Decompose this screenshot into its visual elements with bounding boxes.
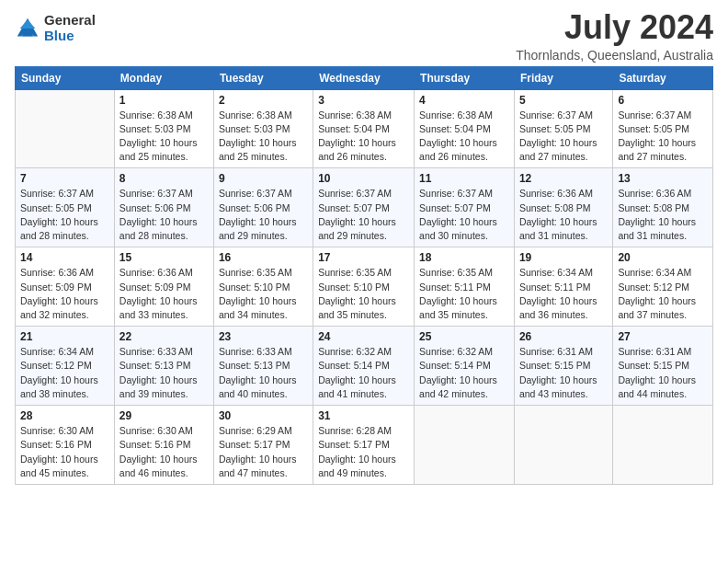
day-info: Sunrise: 6:37 AM Sunset: 5:06 PM Dayligh… [219, 187, 308, 243]
header: General Blue July 2024 Thornlands, Queen… [15, 9, 713, 63]
day-number: 11 [419, 172, 509, 185]
day-number: 5 [519, 94, 608, 107]
day-info: Sunrise: 6:38 AM Sunset: 5:04 PM Dayligh… [419, 109, 509, 165]
week-row-4: 21Sunrise: 6:34 AM Sunset: 5:12 PM Dayli… [16, 327, 713, 406]
day-info: Sunrise: 6:33 AM Sunset: 5:13 PM Dayligh… [119, 345, 209, 401]
svg-rect-2 [22, 27, 32, 36]
day-info: Sunrise: 6:33 AM Sunset: 5:13 PM Dayligh… [219, 345, 308, 401]
calendar-table: SundayMondayTuesdayWednesdayThursdayFrid… [15, 66, 713, 485]
logo-text: General Blue [44, 13, 96, 43]
day-cell: 15Sunrise: 6:36 AM Sunset: 5:09 PM Dayli… [114, 247, 213, 327]
day-cell: 21Sunrise: 6:34 AM Sunset: 5:12 PM Dayli… [16, 327, 115, 406]
day-cell: 29Sunrise: 6:30 AM Sunset: 5:16 PM Dayli… [114, 406, 213, 485]
day-number: 1 [119, 94, 209, 107]
day-cell [16, 89, 115, 168]
day-cell: 5Sunrise: 6:37 AM Sunset: 5:05 PM Daylig… [514, 89, 612, 168]
day-number: 29 [119, 409, 209, 422]
day-cell: 30Sunrise: 6:29 AM Sunset: 5:17 PM Dayli… [213, 406, 313, 485]
day-cell [514, 406, 612, 485]
day-cell: 20Sunrise: 6:34 AM Sunset: 5:12 PM Dayli… [613, 247, 713, 327]
day-cell: 8Sunrise: 6:37 AM Sunset: 5:06 PM Daylig… [114, 168, 213, 247]
day-info: Sunrise: 6:36 AM Sunset: 5:09 PM Dayligh… [119, 266, 209, 322]
day-number: 22 [119, 330, 209, 343]
day-info: Sunrise: 6:37 AM Sunset: 5:07 PM Dayligh… [318, 187, 409, 243]
logo-icon [15, 16, 40, 41]
week-row-3: 14Sunrise: 6:36 AM Sunset: 5:09 PM Dayli… [16, 247, 713, 327]
day-cell [613, 406, 713, 485]
day-cell: 6Sunrise: 6:37 AM Sunset: 5:05 PM Daylig… [613, 89, 713, 168]
day-number: 4 [419, 94, 509, 107]
day-info: Sunrise: 6:34 AM Sunset: 5:12 PM Dayligh… [618, 266, 708, 322]
day-cell: 18Sunrise: 6:35 AM Sunset: 5:11 PM Dayli… [415, 247, 515, 327]
day-number: 23 [219, 330, 308, 343]
calendar-header-row: SundayMondayTuesdayWednesdayThursdayFrid… [16, 66, 713, 89]
day-cell: 12Sunrise: 6:36 AM Sunset: 5:08 PM Dayli… [514, 168, 612, 247]
day-info: Sunrise: 6:37 AM Sunset: 5:07 PM Dayligh… [419, 187, 509, 243]
day-cell [415, 406, 515, 485]
day-cell: 10Sunrise: 6:37 AM Sunset: 5:07 PM Dayli… [313, 168, 415, 247]
day-number: 20 [618, 251, 708, 264]
week-row-2: 7Sunrise: 6:37 AM Sunset: 5:05 PM Daylig… [16, 168, 713, 247]
day-cell: 13Sunrise: 6:36 AM Sunset: 5:08 PM Dayli… [613, 168, 713, 247]
logo-general-text: General [44, 13, 96, 29]
day-info: Sunrise: 6:32 AM Sunset: 5:14 PM Dayligh… [419, 345, 509, 401]
day-number: 16 [219, 251, 308, 264]
page: General Blue July 2024 Thornlands, Queen… [0, 0, 728, 563]
day-info: Sunrise: 6:36 AM Sunset: 5:08 PM Dayligh… [519, 187, 608, 243]
day-info: Sunrise: 6:31 AM Sunset: 5:15 PM Dayligh… [618, 345, 708, 401]
day-number: 14 [20, 251, 109, 264]
title-block: July 2024 Thornlands, Queensland, Austra… [516, 9, 713, 63]
col-header-tuesday: Tuesday [213, 66, 313, 89]
day-cell: 25Sunrise: 6:32 AM Sunset: 5:14 PM Dayli… [415, 327, 515, 406]
day-info: Sunrise: 6:29 AM Sunset: 5:17 PM Dayligh… [219, 424, 308, 480]
day-number: 17 [318, 251, 409, 264]
day-info: Sunrise: 6:37 AM Sunset: 5:05 PM Dayligh… [20, 187, 109, 243]
day-info: Sunrise: 6:34 AM Sunset: 5:12 PM Dayligh… [20, 345, 109, 401]
logo: General Blue [15, 13, 96, 43]
day-info: Sunrise: 6:37 AM Sunset: 5:05 PM Dayligh… [618, 109, 708, 165]
day-cell: 19Sunrise: 6:34 AM Sunset: 5:11 PM Dayli… [514, 247, 612, 327]
day-cell: 16Sunrise: 6:35 AM Sunset: 5:10 PM Dayli… [213, 247, 313, 327]
day-info: Sunrise: 6:36 AM Sunset: 5:08 PM Dayligh… [618, 187, 708, 243]
day-cell: 28Sunrise: 6:30 AM Sunset: 5:16 PM Dayli… [16, 406, 115, 485]
logo-blue-text: Blue [44, 29, 96, 44]
col-header-thursday: Thursday [415, 66, 515, 89]
col-header-monday: Monday [114, 66, 213, 89]
day-cell: 9Sunrise: 6:37 AM Sunset: 5:06 PM Daylig… [213, 168, 313, 247]
day-info: Sunrise: 6:38 AM Sunset: 5:03 PM Dayligh… [219, 109, 308, 165]
day-number: 30 [219, 409, 308, 422]
day-cell: 17Sunrise: 6:35 AM Sunset: 5:10 PM Dayli… [313, 247, 415, 327]
svg-marker-3 [20, 19, 36, 29]
day-number: 9 [219, 172, 308, 185]
day-number: 3 [318, 94, 409, 107]
day-number: 2 [219, 94, 308, 107]
day-info: Sunrise: 6:34 AM Sunset: 5:11 PM Dayligh… [519, 266, 608, 322]
day-info: Sunrise: 6:31 AM Sunset: 5:15 PM Dayligh… [519, 345, 608, 401]
day-cell: 2Sunrise: 6:38 AM Sunset: 5:03 PM Daylig… [213, 89, 313, 168]
day-number: 6 [618, 94, 708, 107]
day-cell: 7Sunrise: 6:37 AM Sunset: 5:05 PM Daylig… [16, 168, 115, 247]
day-cell: 1Sunrise: 6:38 AM Sunset: 5:03 PM Daylig… [114, 89, 213, 168]
day-info: Sunrise: 6:30 AM Sunset: 5:16 PM Dayligh… [20, 424, 109, 480]
col-header-saturday: Saturday [613, 66, 713, 89]
day-cell: 22Sunrise: 6:33 AM Sunset: 5:13 PM Dayli… [114, 327, 213, 406]
day-number: 28 [20, 409, 109, 422]
day-number: 18 [419, 251, 509, 264]
week-row-5: 28Sunrise: 6:30 AM Sunset: 5:16 PM Dayli… [16, 406, 713, 485]
day-number: 19 [519, 251, 608, 264]
day-cell: 26Sunrise: 6:31 AM Sunset: 5:15 PM Dayli… [514, 327, 612, 406]
day-number: 13 [618, 172, 708, 185]
day-number: 21 [20, 330, 109, 343]
day-cell: 27Sunrise: 6:31 AM Sunset: 5:15 PM Dayli… [613, 327, 713, 406]
day-number: 25 [419, 330, 509, 343]
day-cell: 11Sunrise: 6:37 AM Sunset: 5:07 PM Dayli… [415, 168, 515, 247]
day-info: Sunrise: 6:35 AM Sunset: 5:10 PM Dayligh… [219, 266, 308, 322]
day-info: Sunrise: 6:30 AM Sunset: 5:16 PM Dayligh… [119, 424, 209, 480]
location: Thornlands, Queensland, Australia [516, 48, 713, 63]
day-number: 24 [318, 330, 409, 343]
col-header-wednesday: Wednesday [313, 66, 415, 89]
day-number: 10 [318, 172, 409, 185]
day-info: Sunrise: 6:36 AM Sunset: 5:09 PM Dayligh… [20, 266, 109, 322]
day-cell: 14Sunrise: 6:36 AM Sunset: 5:09 PM Dayli… [16, 247, 115, 327]
month-title: July 2024 [516, 9, 713, 46]
